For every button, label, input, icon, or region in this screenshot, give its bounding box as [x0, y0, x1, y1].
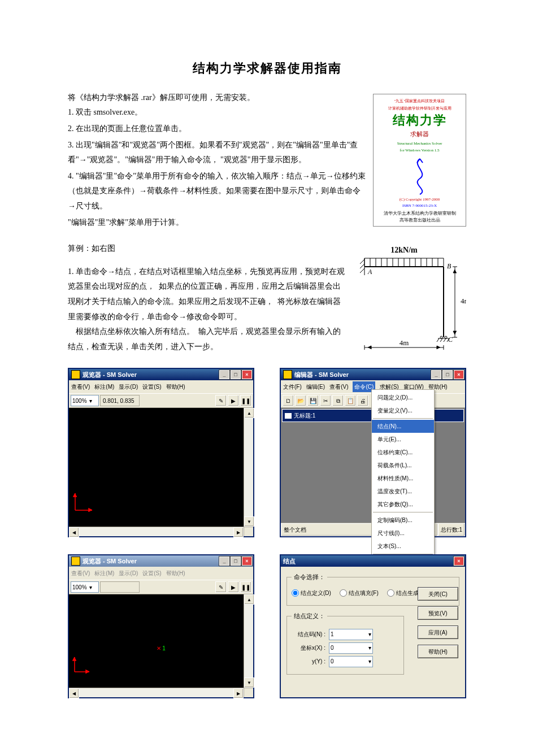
dialog-titlebar[interactable]: 结点 ×	[281, 555, 465, 567]
menu-item[interactable]: 设置(S)	[142, 381, 161, 392]
copy-icon[interactable]: ⧉	[332, 395, 344, 406]
dropdown-item[interactable]: 温度改变(T)...	[372, 485, 434, 498]
horizontal-scrollbar[interactable]: ◀▶	[69, 688, 253, 697]
play-icon[interactable]: ▶	[228, 581, 239, 593]
dialog-title: 结点	[283, 555, 296, 567]
step-item: 3. 出现"编辑器"和"观览器"两个图框。如果看不到"观览器"，则在"编辑器"里…	[68, 138, 367, 168]
dropdown-item[interactable]: 问题定义(D)...	[372, 391, 434, 404]
horizontal-scrollbar[interactable]: ◀▶	[69, 527, 253, 536]
close-button[interactable]: ×	[242, 370, 252, 379]
splash-copyright: (C) Copyright 1997-2000	[400, 197, 440, 202]
dropdown-item[interactable]: 尺寸线(I)...	[372, 527, 434, 540]
dialog-button-column: 关闭(C) 预览(V) 应用(A) 帮助(H)	[418, 587, 458, 658]
svg-line-1	[360, 259, 364, 264]
coord-readout	[100, 581, 140, 593]
menu-item[interactable]: 标注(M)	[94, 568, 114, 579]
menu-item[interactable]: 设置(S)	[142, 568, 161, 579]
open-icon[interactable]: 📂	[295, 395, 306, 406]
menu-item[interactable]: 标注(M)	[94, 381, 114, 392]
splash-project-line1: "九五"国家重点科技攻关项目	[394, 99, 445, 104]
close-button[interactable]: ×	[242, 557, 252, 566]
new-icon[interactable]: 🗋	[283, 395, 294, 406]
splash-card: "九五"国家重点科技攻关项目 计算机辅助教学软件研制开发与应用 结构力学 求解器…	[373, 94, 466, 227]
node-B-label: B	[447, 262, 451, 270]
menu-item[interactable]: 帮助(H)	[166, 568, 185, 579]
splash-org2: 高等教育出版社出品	[400, 218, 440, 223]
maximize-button[interactable]: □	[231, 370, 241, 379]
viewer-window-1: 观览器 - SM Solver _ □ × 查看(V) 标注(M) 显示(D) …	[68, 368, 254, 537]
dropdown-item[interactable]: 变量定义(V)...	[372, 404, 434, 417]
menu-item[interactable]: 编辑(E)	[306, 381, 325, 392]
splash-english2: for Windows Version 1.5	[400, 148, 440, 153]
svg-line-2	[360, 264, 364, 268]
y-combo[interactable]: 0	[329, 656, 373, 667]
tool-icon[interactable]: ✎	[215, 395, 227, 406]
dropdown-item[interactable]: 材料性质(M)...	[372, 472, 434, 485]
titlebar-inactive[interactable]: 观览器 - SM Solver _ □ ×	[69, 555, 253, 567]
close-button[interactable]: ×	[454, 370, 464, 379]
dropdown-item-highlighted[interactable]: 结点(N)...	[372, 420, 434, 433]
window-title: 观览器 - SM Solver	[83, 369, 137, 381]
menubar: 查看(V) 标注(M) 显示(D) 设置(S) 帮助(H)	[69, 380, 253, 393]
menu-item[interactable]: 显示(D)	[119, 381, 138, 392]
menu-item[interactable]: 帮助(H)	[166, 381, 185, 392]
save-icon[interactable]: 💾	[307, 395, 319, 406]
splash-org1: 清华大学土木系结构力学教研室研制	[384, 211, 456, 216]
titlebar[interactable]: 观览器 - SM Solver _ □ ×	[69, 369, 253, 380]
radio-define[interactable]: 结点定义(D)	[292, 588, 331, 598]
menu-item[interactable]: 查看(V)	[71, 381, 90, 392]
svg-line-3	[360, 268, 364, 273]
radio-fill[interactable]: 结点填充(F)	[340, 588, 379, 598]
print-icon[interactable]: 🖨	[357, 395, 368, 406]
dropdown-item[interactable]: 定制编码(B)...	[372, 514, 434, 527]
menu-item[interactable]: 查看(V)	[71, 568, 90, 579]
group-label: 结点定义：	[292, 610, 327, 622]
vertical-scrollbar[interactable]: ▲▼	[244, 408, 253, 527]
dropdown-item[interactable]: 位移约束(C)...	[372, 446, 434, 459]
close-dialog-button[interactable]: 关闭(C)	[418, 587, 458, 601]
app-icon	[71, 557, 80, 566]
help-button[interactable]: 帮助(H)	[418, 645, 458, 658]
zoom-select[interactable]: 100%	[71, 395, 99, 406]
pause-icon[interactable]: ❚❚	[240, 395, 251, 406]
minimize-button[interactable]: _	[219, 370, 229, 379]
intro-text-column: 将《结构力学求解器 .rar》解压即可使用，无需安装。 1. 双击 smsolv…	[68, 90, 367, 231]
dropdown-item[interactable]: 文本(S)...	[372, 540, 434, 553]
menubar: 查看(V) 标注(M) 显示(D) 设置(S) 帮助(H)	[69, 567, 253, 580]
status-total: 总行数:1	[438, 523, 465, 536]
dropdown-item[interactable]: 荷载条件(L)...	[372, 459, 434, 472]
zoom-select[interactable]: 100%	[71, 581, 99, 593]
play-icon[interactable]: ▶	[228, 395, 239, 406]
field-label: 结点码(N) :	[292, 629, 325, 640]
pause-icon[interactable]: ❚❚	[240, 581, 251, 593]
maximize-button[interactable]: □	[231, 557, 241, 566]
vertical-scrollbar[interactable]: ▲▼	[244, 594, 253, 688]
apply-button[interactable]: 应用(A)	[418, 625, 458, 639]
viewer-canvas[interactable]	[69, 408, 244, 527]
titlebar[interactable]: 编辑器 - SM Solver _ □ ×	[281, 369, 465, 380]
dropdown-item[interactable]: 其它参数(Q)...	[372, 498, 434, 511]
menu-item[interactable]: 显示(D)	[119, 568, 138, 579]
splash-logo-icon	[406, 155, 434, 196]
example-text-column: 算例：如右图 1. 单击命令→结点，在结点对话框里输入结点坐标，先预览再应用，预…	[68, 241, 348, 354]
node-define-group: 结点定义： 结点码(N) :1 坐标x(X) :0 y(Y) :0	[286, 610, 404, 675]
minimize-button[interactable]: _	[431, 370, 441, 379]
dropdown-item[interactable]: 单元(E)...	[372, 433, 434, 446]
cut-icon[interactable]: ✂	[320, 395, 331, 406]
close-button[interactable]: ×	[454, 557, 464, 566]
node-marker: ✕ 1	[157, 643, 166, 654]
svg-line-24	[440, 338, 442, 342]
field-label: 坐标x(X) :	[292, 642, 325, 653]
paste-icon[interactable]: 📋	[345, 395, 356, 406]
menu-item[interactable]: 文件(F)	[283, 381, 302, 392]
toolbar: 100% 0.801, 0.835 ✎ ▶ ❚❚	[69, 393, 253, 408]
maximize-button[interactable]: □	[442, 370, 453, 379]
viewer-canvas[interactable]: ✕ 1	[69, 594, 244, 688]
x-combo[interactable]: 0	[329, 642, 373, 654]
preview-button[interactable]: 预览(V)	[418, 606, 458, 620]
minimize-button[interactable]: _	[219, 557, 229, 566]
menu-item[interactable]: 查看(V)	[329, 381, 348, 392]
tool-icon[interactable]: ✎	[215, 581, 227, 593]
example-para2: 根据结点坐标依次输入所有结点。 输入完毕后，观览器里会显示所有输入的结点，检查无…	[68, 324, 348, 354]
node-id-combo[interactable]: 1	[329, 629, 373, 640]
